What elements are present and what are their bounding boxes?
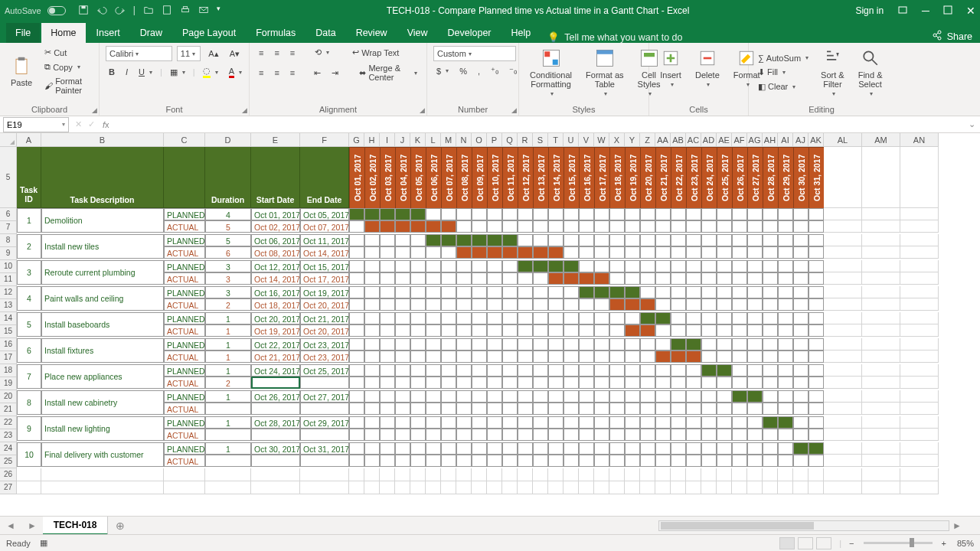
row-head[interactable]: 12 bbox=[0, 286, 17, 299]
col-head[interactable]: P bbox=[487, 133, 502, 147]
gantt-cell[interactable] bbox=[456, 455, 472, 467]
cell[interactable] bbox=[251, 481, 300, 494]
gantt-cell[interactable] bbox=[625, 390, 640, 403]
cell[interactable] bbox=[824, 220, 862, 233]
gantt-cell[interactable] bbox=[441, 377, 456, 389]
gantt-cell[interactable] bbox=[380, 455, 395, 467]
gantt-cell[interactable] bbox=[655, 442, 671, 455]
gantt-cell[interactable] bbox=[808, 246, 824, 259]
gantt-cell[interactable] bbox=[426, 429, 441, 441]
row-head[interactable]: 17 bbox=[0, 351, 17, 364]
gantt-cell[interactable] bbox=[717, 298, 732, 311]
cell[interactable] bbox=[472, 468, 487, 481]
cell-duration[interactable] bbox=[205, 403, 251, 415]
row-head[interactable]: 21 bbox=[0, 403, 17, 416]
gantt-cell[interactable] bbox=[808, 298, 824, 311]
gantt-cell[interactable] bbox=[655, 220, 671, 233]
gantt-cell[interactable] bbox=[778, 364, 793, 377]
gantt-cell[interactable] bbox=[395, 429, 410, 441]
gantt-cell[interactable] bbox=[426, 416, 441, 429]
gantt-cell[interactable] bbox=[518, 338, 533, 350]
gantt-cell[interactable] bbox=[594, 416, 609, 429]
gantt-cell[interactable] bbox=[808, 442, 824, 455]
gantt-cell[interactable] bbox=[579, 429, 594, 441]
shrink-font-icon[interactable]: A▾ bbox=[227, 47, 243, 60]
gantt-cell[interactable] bbox=[793, 442, 808, 455]
gantt-cell[interactable] bbox=[487, 272, 502, 285]
gantt-cell[interactable] bbox=[778, 350, 793, 363]
number-launcher-icon[interactable]: ◢ bbox=[511, 106, 517, 114]
gantt-cell[interactable] bbox=[763, 324, 778, 337]
cell[interactable] bbox=[862, 416, 900, 429]
gantt-cell[interactable] bbox=[410, 272, 426, 285]
cell[interactable] bbox=[808, 481, 824, 494]
gantt-cell[interactable] bbox=[579, 442, 594, 455]
gantt-cell[interactable] bbox=[763, 350, 778, 363]
gantt-cell[interactable] bbox=[701, 350, 717, 363]
cell[interactable] bbox=[862, 286, 900, 298]
cell-duration[interactable]: 3 bbox=[205, 286, 251, 298]
gantt-cell[interactable] bbox=[456, 272, 472, 285]
gantt-cell[interactable] bbox=[502, 312, 518, 324]
gantt-cell[interactable] bbox=[640, 429, 655, 441]
gantt-cell[interactable] bbox=[594, 403, 609, 415]
gantt-cell[interactable] bbox=[763, 416, 778, 429]
gantt-cell[interactable] bbox=[594, 208, 609, 220]
gantt-cell[interactable] bbox=[456, 403, 472, 415]
cell[interactable] bbox=[456, 481, 472, 494]
gantt-cell[interactable] bbox=[594, 338, 609, 350]
gantt-cell[interactable] bbox=[395, 286, 410, 298]
gantt-cell[interactable] bbox=[502, 324, 518, 337]
gantt-cell[interactable] bbox=[533, 312, 548, 324]
col-head[interactable]: Y bbox=[625, 133, 640, 147]
gantt-cell[interactable] bbox=[747, 272, 763, 285]
gantt-cell[interactable] bbox=[456, 220, 472, 233]
cell-rowtype[interactable]: PLANNED bbox=[164, 234, 205, 246]
cell[interactable] bbox=[732, 481, 747, 494]
gantt-cell[interactable] bbox=[349, 455, 364, 467]
gantt-cell[interactable] bbox=[533, 208, 548, 220]
gantt-cell[interactable] bbox=[456, 364, 472, 377]
row-head[interactable]: 25 bbox=[0, 455, 17, 468]
cell-taskdesc[interactable]: Install new tiles bbox=[41, 234, 164, 259]
gantt-cell[interactable] bbox=[380, 377, 395, 389]
gantt-cell[interactable] bbox=[671, 403, 686, 415]
row-head[interactable]: 14 bbox=[0, 312, 17, 325]
gantt-cell[interactable] bbox=[564, 455, 579, 467]
gantt-cell[interactable] bbox=[533, 403, 548, 415]
gantt-cell[interactable] bbox=[793, 377, 808, 389]
gantt-cell[interactable] bbox=[410, 403, 426, 415]
gantt-cell[interactable] bbox=[487, 246, 502, 259]
col-head[interactable]: AC bbox=[686, 133, 701, 147]
gantt-cell[interactable] bbox=[349, 272, 364, 285]
save-icon[interactable] bbox=[78, 5, 89, 18]
cell[interactable] bbox=[824, 364, 862, 377]
gantt-cell[interactable] bbox=[380, 208, 395, 220]
gantt-cell[interactable] bbox=[579, 286, 594, 298]
gantt-cell[interactable] bbox=[793, 246, 808, 259]
gantt-cell[interactable] bbox=[426, 403, 441, 415]
gantt-cell[interactable] bbox=[502, 350, 518, 363]
align-top-icon[interactable]: ≡ bbox=[256, 47, 266, 59]
gantt-cell[interactable] bbox=[564, 390, 579, 403]
gantt-cell[interactable] bbox=[456, 429, 472, 441]
gantt-cell[interactable] bbox=[502, 246, 518, 259]
new-icon[interactable] bbox=[162, 5, 172, 18]
gantt-cell[interactable] bbox=[487, 324, 502, 337]
gantt-cell[interactable] bbox=[625, 234, 640, 246]
gantt-cell[interactable] bbox=[456, 260, 472, 272]
cell-rowtype[interactable]: PLANNED bbox=[164, 208, 205, 220]
col-head[interactable]: C bbox=[164, 133, 205, 147]
email-icon[interactable] bbox=[198, 5, 209, 18]
gantt-cell[interactable] bbox=[655, 350, 671, 363]
cell-taskdesc[interactable]: Install fixtures bbox=[41, 338, 164, 363]
cell-duration[interactable]: 1 bbox=[205, 324, 251, 337]
gantt-cell[interactable] bbox=[502, 377, 518, 389]
gantt-cell[interactable] bbox=[380, 429, 395, 441]
gantt-cell[interactable] bbox=[395, 246, 410, 259]
gantt-cell[interactable] bbox=[533, 220, 548, 233]
gantt-cell[interactable] bbox=[518, 442, 533, 455]
gantt-cell[interactable] bbox=[426, 390, 441, 403]
gantt-cell[interactable] bbox=[349, 312, 364, 324]
gantt-cell[interactable] bbox=[793, 338, 808, 350]
